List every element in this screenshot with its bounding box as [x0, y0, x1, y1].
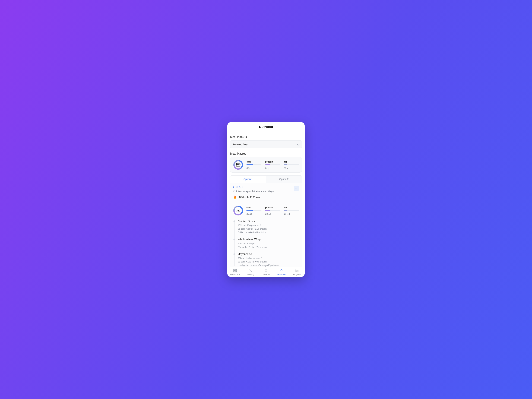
nav-checkins[interactable]: Check Ins — [258, 267, 274, 277]
dashboard-icon — [233, 269, 237, 273]
nav-progress[interactable]: Progress — [289, 267, 305, 277]
bottom-nav: Dashboard Training Check Ins Nutrition — [227, 267, 305, 277]
meal-panel: LUNCH Chicken Wrap with Lettuce and Mayo… — [230, 183, 302, 267]
meal-kcal-row: 🔥 349 kcal / 1135 kcal — [233, 195, 299, 199]
meal-protein-col: protein 28.1g — [265, 206, 280, 215]
total-protein-col: protein 61g — [265, 160, 280, 169]
total-fat-col: fat 59g — [284, 160, 299, 169]
meal-carb-col: carb 28.2g — [247, 206, 261, 215]
meal-description: Chicken Wrap with Lettuce and Mayo — [233, 190, 294, 193]
header: Nutrition — [227, 122, 305, 132]
daytype-value: Training Day — [233, 143, 247, 146]
daytype-select[interactable]: Training Day — [230, 140, 302, 148]
macros-label: Meal Macros — [230, 152, 302, 155]
app-frame: Nutrition Meal Plan (1) Training Day Mea… — [227, 122, 305, 277]
meal-title: LUNCH — [233, 186, 294, 189]
total-carb-col: carb 89g — [247, 160, 261, 169]
option-tabs: Option 1 Option 2 — [230, 175, 302, 183]
divider — [233, 202, 299, 202]
nav-dashboard[interactable]: Dashboard — [227, 267, 243, 277]
total-kcal-ring: 1135 kcals — [233, 160, 243, 170]
total-kcal-value: 1135 — [236, 163, 241, 165]
collapse-button[interactable] — [294, 186, 299, 191]
chevron-up-icon — [295, 188, 297, 190]
nav-nutrition[interactable]: Nutrition — [274, 267, 289, 277]
meal-kcal-ring: 349 — [233, 205, 243, 216]
total-macro-columns: carb 89g protein 61g fat 59g — [247, 160, 299, 169]
ingredient-item: Chicken Breast 102kcal, 100 grams x 1 0g… — [238, 220, 299, 234]
svg-rect-10 — [235, 271, 236, 272]
svg-rect-9 — [235, 269, 236, 270]
meal-macro-columns: carb 28.2g protein 28.1g fat 13.7g — [247, 206, 299, 215]
scroll-content[interactable]: Meal Plan (1) Training Day Meal Macros 1… — [227, 132, 305, 267]
chevron-down-icon — [297, 142, 300, 146]
total-macros-card: 1135 kcals carb 89g protein 61g fat — [230, 157, 302, 173]
tab-option-2[interactable]: Option 2 — [266, 175, 302, 183]
dumbbell-icon — [249, 269, 253, 273]
ingredient-item: Whole Wheat Wrap 154kcal, 1 wrap x 1 28g… — [238, 238, 299, 249]
svg-rect-17 — [296, 270, 298, 272]
progress-icon — [295, 269, 299, 273]
ingredient-list: Chicken Breast 102kcal, 100 grams x 1 0g… — [233, 220, 299, 267]
meal-macros-row: 349 carb 28.2g protein 28.1g f — [233, 205, 299, 216]
tab-option-1[interactable]: Option 1 — [230, 175, 266, 183]
svg-rect-11 — [234, 271, 235, 272]
ingredient-item: Mayonnaise 93kcal, 1 tablespoon x 1 0g c… — [238, 253, 299, 267]
total-kcal-unit: kcals — [236, 165, 240, 167]
meal-header: LUNCH Chicken Wrap with Lettuce and Mayo — [233, 186, 299, 195]
meal-ring-value: 349 — [236, 209, 240, 212]
fire-icon: 🔥 — [233, 195, 237, 199]
svg-rect-8 — [234, 269, 235, 270]
apple-icon — [279, 269, 283, 273]
mealplan-label: Meal Plan (1) — [230, 135, 302, 139]
svg-point-18 — [298, 270, 298, 271]
page-title: Nutrition — [230, 125, 302, 129]
meal-fat-col: fat 13.7g — [284, 206, 299, 215]
meal-kcal-text: 349 kcal / 1135 kcal — [239, 196, 260, 199]
clipboard-icon — [264, 269, 268, 273]
nav-training[interactable]: Training — [243, 267, 258, 277]
